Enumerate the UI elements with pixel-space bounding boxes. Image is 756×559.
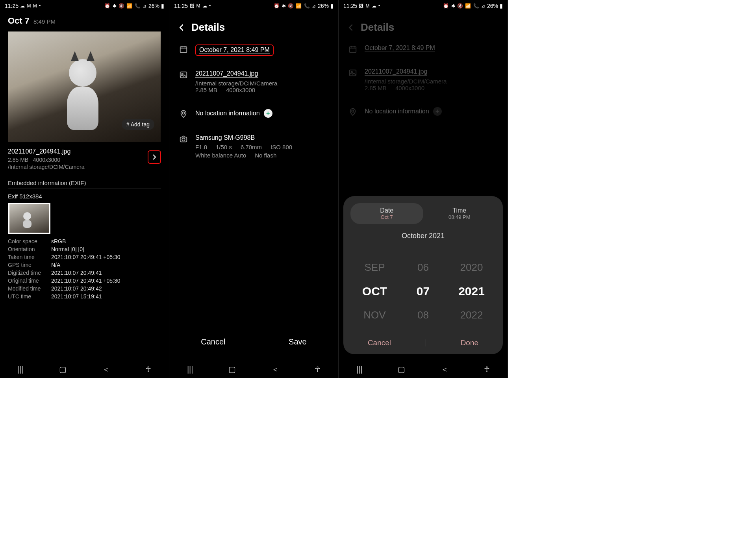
location-value: No location information: [195, 110, 260, 117]
cam-flash: No flash: [255, 152, 276, 159]
exif-section: Embedded information (EXIF) Exif 512x384…: [0, 173, 169, 307]
details-title: Details: [191, 21, 225, 33]
cam-shutter: 1/50 s: [216, 144, 232, 150]
file-path: /Internal storage/DCIM/Camera: [8, 164, 161, 170]
tab-time[interactable]: Time 08:49 PM: [423, 203, 496, 224]
date-spinner[interactable]: SEP OCT NOV 06 07 08 2020 2021 2022: [350, 256, 496, 327]
divider: [426, 339, 426, 346]
add-tag-button[interactable]: # Add tag: [122, 119, 154, 130]
date-value-highlight: October 7, 2021 8:49 PM: [195, 44, 274, 56]
nav-back-icon[interactable]: ＜: [441, 364, 448, 375]
exif-key: Taken time: [8, 254, 51, 260]
chevron-left-icon: [179, 24, 184, 31]
svg-point-3: [182, 112, 185, 114]
exif-value: sRGB: [51, 238, 66, 244]
details-title: Details: [361, 21, 394, 33]
nav-back-icon[interactable]: ＜: [271, 364, 279, 375]
spinner-day[interactable]: 06 07 08: [406, 256, 441, 327]
phone-3-datepicker: 11:25🖼 M ☁ • ⏰ ✱ 🔇 📶 📞 ⊿26%▮ Details Oct…: [339, 0, 508, 378]
svg-rect-0: [180, 47, 187, 53]
exif-value: 2021:10:07 20:49:41 +05:30: [51, 278, 120, 284]
exif-table: Color spacesRGBOrientationNormal [0] [0]…: [8, 238, 161, 300]
nav-accessibility-icon[interactable]: ☥: [145, 365, 151, 374]
back-button[interactable]: [179, 24, 184, 31]
phone-2-details: 11:25🖼 M ☁ • ⏰ ✱ 🔇 📶 📞 ⊿26%▮ Details Oct…: [169, 0, 339, 378]
location-pin-icon: [348, 107, 358, 117]
file-info-block: 20211007_204941.jpg 2.85 MB 4000x3000 /I…: [0, 145, 169, 173]
filedims-value: 4000x3000: [226, 87, 255, 93]
cam-fstop: F1.8: [195, 144, 207, 150]
nav-bar: ||| ▢ ＜ ☥: [0, 361, 169, 378]
status-icons-right: ⏰ ✱ 🔇 📶 📞 ⊿: [274, 3, 316, 9]
status-icons-left: ☁ M M •: [20, 3, 41, 9]
photo-date-header: Oct 7 8:49 PM: [0, 12, 169, 28]
exif-key: UTC time: [8, 293, 51, 300]
nav-home-icon[interactable]: ▢: [398, 365, 405, 374]
calendar-icon: [179, 44, 188, 54]
exif-value: 2021:10:07 20:49:42: [51, 285, 102, 292]
detail-camera-row: Samsung SM-G998B F1.8 1/50 s 6.70mm ISO …: [169, 127, 338, 167]
status-icons-right: ⏰ ✱ 🔇 📶 📞 ⊿: [104, 3, 147, 9]
add-location-button[interactable]: +: [264, 109, 272, 118]
filesize-value: 2.85 MB: [195, 87, 217, 93]
file-name: 20211007_204941.jpg: [8, 148, 161, 155]
nav-recents-icon[interactable]: |||: [356, 365, 363, 374]
save-button[interactable]: Save: [289, 337, 307, 346]
image-icon: [179, 70, 188, 80]
nav-accessibility-icon[interactable]: ☥: [315, 365, 321, 374]
status-time: 11:25: [5, 3, 19, 9]
filename-value[interactable]: 20211007_204941.jpg: [195, 70, 258, 78]
nav-back-icon[interactable]: ＜: [102, 364, 110, 375]
nav-home-icon[interactable]: ▢: [59, 365, 67, 374]
details-header: Details: [169, 12, 338, 37]
exif-thumbnail: [8, 203, 50, 234]
exif-key: Orientation: [8, 246, 51, 252]
spinner-year[interactable]: 2020 2021 2022: [454, 256, 489, 327]
location-pin-icon: [179, 109, 188, 118]
svg-point-9: [352, 110, 354, 112]
details-arrow-button[interactable]: [148, 150, 161, 164]
battery-icon: ▮: [500, 3, 503, 9]
cam-focal: 6.70mm: [241, 144, 262, 150]
exif-value: 2021:10:07 20:49:41 +05:30: [51, 254, 120, 260]
picker-month-header[interactable]: October 2021: [350, 232, 496, 240]
nav-bar: ||| ▢ ＜ ☥: [339, 361, 508, 378]
add-location-button: +: [433, 107, 442, 116]
cam-iso: ISO 800: [271, 144, 292, 150]
camera-icon: [179, 134, 188, 144]
exif-dimensions: Exif 512x384: [8, 193, 161, 200]
nav-home-icon[interactable]: ▢: [228, 365, 236, 374]
back-button: [348, 24, 354, 31]
exif-value: N/A: [51, 262, 60, 268]
status-bar: 11:25🖼 M ☁ • ⏰ ✱ 🔇 📶 📞 ⊿26%▮: [339, 0, 508, 12]
picker-cancel-button[interactable]: Cancel: [368, 339, 391, 347]
nav-accessibility-icon[interactable]: ☥: [484, 365, 490, 374]
photo-preview[interactable]: # Add tag: [8, 31, 161, 142]
status-battery: 26%: [148, 3, 159, 9]
detail-location-row[interactable]: No location information +: [169, 102, 338, 127]
cancel-button[interactable]: Cancel: [201, 337, 225, 346]
dimmed-background: Details October 7, 2021 8:49 PM 20211007…: [339, 12, 508, 125]
tab-date[interactable]: Date Oct 7: [350, 203, 423, 224]
status-time: 11:25: [174, 3, 188, 9]
action-buttons: Cancel Save: [169, 337, 338, 346]
date-value: October 7, 2021 8:49 PM: [199, 46, 270, 54]
exif-key: Original time: [8, 278, 51, 284]
filename-value: 20211007_204941.jpg: [365, 68, 427, 76]
status-battery: 26%: [318, 3, 329, 9]
picker-done-button[interactable]: Done: [461, 339, 478, 347]
exif-row: Modified time2021:10:07 20:49:42: [8, 285, 161, 292]
device-model: Samsung SM-G998B: [195, 134, 329, 141]
detail-date-row[interactable]: October 7, 2021 8:49 PM: [169, 37, 338, 63]
photo-time: 8:49 PM: [33, 18, 56, 25]
nav-recents-icon[interactable]: |||: [18, 365, 24, 374]
exif-row: Digitized time2021:10:07 20:49:41: [8, 270, 161, 276]
calendar-icon: [348, 44, 358, 54]
nav-recents-icon[interactable]: |||: [187, 365, 193, 374]
spinner-month[interactable]: SEP OCT NOV: [357, 256, 393, 327]
chevron-right-icon: [152, 154, 156, 160]
picker-actions: Cancel Done: [350, 339, 496, 347]
exif-key: Color space: [8, 238, 51, 244]
file-size-dims: 2.85 MB 4000x3000: [8, 157, 161, 163]
status-icons-left: 🖼 M ☁ •: [359, 3, 380, 9]
